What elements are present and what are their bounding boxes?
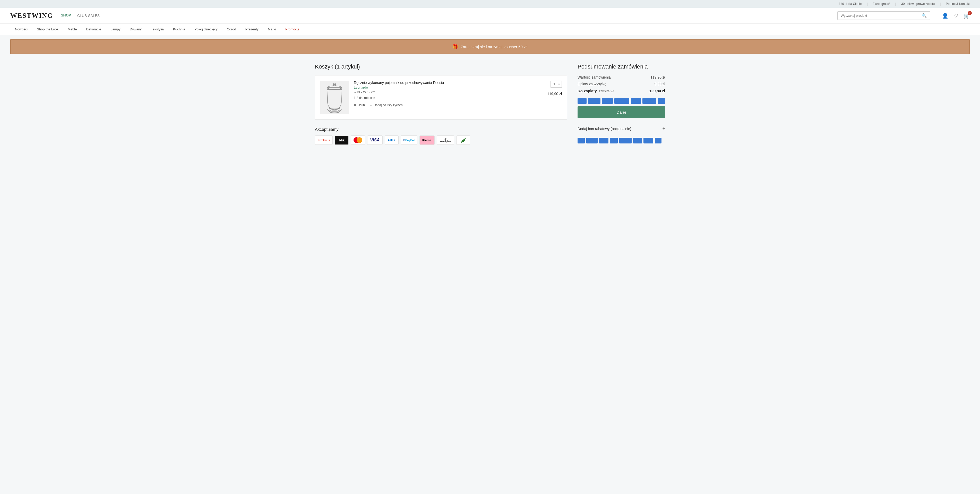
cart-title: Koszyk (1 artykuł) (315, 63, 567, 70)
payment-blik: blik (335, 135, 348, 145)
summary-order-value: Wartość zamówienia 119,90 zł (578, 75, 665, 79)
top-bar: 140 zł dla Ciebie | Zwrot gratis* | 30-d… (0, 0, 980, 8)
redacted-block (588, 98, 600, 104)
discount-label: Dodaj bon rabatowy (opcjonalnie) (578, 127, 632, 131)
topbar-item2: Zwrot gratis* (873, 2, 890, 6)
main-content: Koszyk (1 artykuł) (305, 58, 675, 156)
order-value: 119,90 zł (651, 75, 665, 79)
nav-prezenty[interactable]: Prezenty (241, 24, 263, 35)
topbar-item1: 140 zł dla Ciebie (839, 2, 862, 6)
search-icon[interactable]: 🔍 (921, 13, 927, 18)
remove-button[interactable]: ✕ Usuń (354, 103, 365, 107)
redacted-block (643, 98, 656, 104)
redacted-block (643, 138, 653, 143)
discount-plus-icon: + (662, 126, 665, 131)
redacted-block (631, 98, 641, 104)
heart-icon: ♡ (369, 103, 372, 107)
product-delivery: 1-3 dni robocze (354, 96, 444, 100)
qty-select[interactable]: 1 2 3 (550, 81, 562, 88)
product-image (320, 81, 348, 114)
svg-point-6 (329, 111, 340, 113)
item-price: 119,90 zł (547, 92, 562, 96)
separator1: | (867, 2, 867, 6)
payment-visa: VISA (367, 135, 382, 145)
header-nav: SHOP CLUB-SALES (61, 13, 100, 18)
discount-row[interactable]: Dodaj bon rabatowy (opcjonalnie) + (578, 122, 665, 135)
product-size: ⌀ 13 x W 19 cm (354, 91, 444, 94)
redacted-row2 (578, 138, 665, 143)
nav-tekstylia[interactable]: Tekstylia (146, 24, 169, 35)
payment-amex: AMEX (385, 135, 399, 145)
shipping-label: Opłaty za wysyłkę (578, 82, 606, 86)
search-input[interactable] (841, 14, 920, 18)
redacted-block (599, 138, 608, 143)
redacted-block (658, 98, 665, 104)
order-value-label: Wartość zamówienia (578, 75, 611, 79)
wishlist-button[interactable]: ♡ Dodaj do listy życzeń (369, 103, 403, 107)
payment-klarna: Klarna. (420, 135, 434, 145)
redacted-block (633, 138, 642, 143)
payments-title: Akceptujemy (315, 127, 567, 132)
quantity-selector[interactable]: 1 2 3 (550, 81, 562, 88)
summary-title: Podsumowanie zamówienia (578, 63, 665, 70)
redacted-block (610, 138, 618, 143)
total-label: Do zapłaty zawiera VAT (578, 89, 616, 93)
x-icon: ✕ (354, 103, 356, 107)
checkout-button[interactable]: Dalej (578, 106, 665, 118)
nav-shop-the-look[interactable]: Shop the Look (32, 24, 63, 35)
redacted-block (586, 138, 598, 143)
total-value: 129,80 zł (649, 89, 665, 93)
redacted-block (619, 138, 632, 143)
redacted-payment-row1 (578, 98, 665, 104)
redacted-block (578, 98, 587, 104)
cart-badge: 0 (968, 11, 972, 15)
nav-nowosci[interactable]: Nowości (10, 24, 32, 35)
header-icons: 👤 ♡ 🛒 0 (942, 13, 970, 19)
shipping-value: 9,90 zł (654, 82, 665, 86)
summary-total: Do zapłaty zawiera VAT 129,80 zł (578, 89, 665, 93)
nav-promocje[interactable]: Promocje (281, 24, 304, 35)
nav-marki[interactable]: Marki (263, 24, 281, 35)
gift-icon: 🎁 (452, 44, 458, 49)
nav-club[interactable]: CLUB-SALES (77, 14, 100, 18)
header: WESTWING SHOP CLUB-SALES 🔍 👤 ♡ 🛒 0 (0, 8, 980, 24)
payment-logos: Przelew24 blik VISA AMEX PPayPal Klarna. (315, 135, 567, 145)
nav-shop[interactable]: SHOP (61, 13, 71, 18)
payment-paypal: PPayPal (401, 135, 417, 145)
product-details: Ręcznie wykonany pojemnik do przechowywa… (354, 81, 562, 107)
payment-przelew: Przelew24 (315, 135, 332, 145)
price-qty-row: Ręcznie wykonany pojemnik do przechowywa… (354, 81, 562, 107)
nav-pokoj[interactable]: Pokój dziecięcy (190, 24, 222, 35)
product-name: Ręcznie wykonany pojemnik do przechowywa… (354, 81, 444, 85)
payment-przedplata: złPrzedpłata (437, 135, 454, 145)
wishlist-icon[interactable]: ♡ (953, 13, 958, 19)
topbar-item4[interactable]: Pomoc & Kontakt (946, 2, 970, 6)
cart-icon[interactable]: 🛒 0 (963, 13, 970, 19)
redacted-block (578, 138, 585, 143)
nav-dekoracje[interactable]: Dekoracje (81, 24, 106, 35)
redacted-block (602, 98, 613, 104)
cart-item-card: Ręcznie wykonany pojemnik do przechowywa… (315, 75, 567, 120)
search-bar[interactable]: 🔍 (837, 11, 930, 20)
redacted-block (655, 138, 662, 143)
promo-banner[interactable]: 🎁 Zarejestruj sie i otrzymaj voucher 50 … (10, 39, 970, 54)
summary-shipping: Opłaty za wysyłkę 9,90 zł (578, 82, 665, 86)
cart-section: Koszyk (1 artykuł) (315, 63, 567, 145)
separator2: | (895, 2, 896, 6)
logo[interactable]: WESTWING (10, 12, 53, 19)
product-brand: Leonardo (354, 86, 444, 89)
nav-meble[interactable]: Meble (63, 24, 81, 35)
user-icon[interactable]: 👤 (942, 13, 948, 19)
separator3: | (940, 2, 940, 6)
nav-dywany[interactable]: Dywany (125, 24, 146, 35)
payment-mastercard (351, 135, 365, 145)
nav-lampy[interactable]: Lampy (106, 24, 125, 35)
payment-eco (456, 135, 470, 145)
banner-text: Zarejestruj sie i otrzymaj voucher 50 zł… (461, 45, 528, 49)
nav-ogrod[interactable]: Ogród (222, 24, 241, 35)
redacted-block (614, 98, 629, 104)
nav-kuchnia[interactable]: Kuchnia (169, 24, 190, 35)
summary-rows: Wartość zamówienia 119,90 zł Opłaty za w… (578, 75, 665, 93)
product-actions: ✕ Usuń ♡ Dodaj do listy życzeń (354, 103, 444, 107)
topbar-item3: 30-dniowe prawo zwrotu (901, 2, 935, 6)
